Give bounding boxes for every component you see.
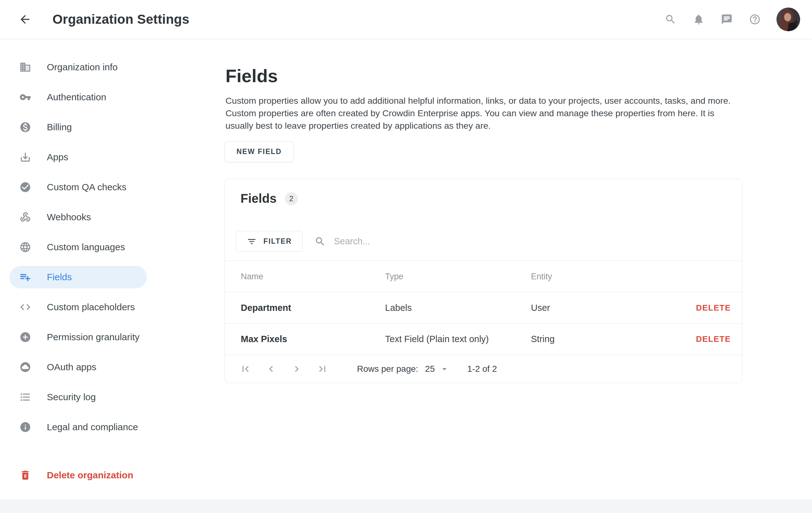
sidebar-item-oauth-apps[interactable]: OAuth apps — [9, 356, 147, 378]
settings-sidebar: Organization info Authentication Billing… — [0, 39, 156, 499]
sidebar-item-apps[interactable]: Apps — [9, 146, 147, 168]
sidebar-item-label: Permission granularity — [47, 332, 140, 342]
search-button[interactable] — [663, 12, 678, 27]
app-window: Organization Settings — [0, 0, 812, 513]
sidebar-nav-list: Organization info Authentication Billing… — [0, 39, 156, 438]
sidebar-item-label: Custom placeholders — [47, 302, 135, 312]
field-type: Text Field (Plain text only) — [385, 334, 531, 344]
page-header-title: Organization Settings — [53, 12, 189, 27]
search-field — [315, 236, 729, 247]
sidebar-item-label: Legal and compliance — [47, 422, 138, 432]
table-header-row: Name Type Entity — [225, 261, 742, 292]
top-bar-actions — [649, 7, 800, 31]
delete-organization-label: Delete organization — [47, 470, 133, 481]
code-icon — [19, 301, 31, 313]
sidebar-item-webhooks[interactable]: Webhooks — [9, 206, 147, 228]
delete-field-button[interactable]: DELETE — [696, 303, 731, 313]
field-name: Department — [241, 303, 385, 313]
first-page-button[interactable] — [239, 363, 252, 375]
download-icon — [19, 151, 31, 163]
bell-icon — [693, 13, 704, 25]
pagination-bar: Rows per page: 25 1-2 of 2 — [225, 354, 742, 383]
delete-field-button[interactable]: DELETE — [696, 334, 731, 344]
field-entity: User — [531, 303, 696, 313]
sidebar-item-custom-languages[interactable]: Custom languages — [9, 236, 147, 258]
top-bar: Organization Settings — [0, 0, 812, 39]
next-page-button[interactable] — [291, 363, 302, 375]
previous-page-button[interactable] — [265, 363, 277, 375]
section-description: Custom properties allow you to add addit… — [226, 94, 741, 132]
notifications-button[interactable] — [692, 12, 706, 27]
webhook-icon — [19, 211, 31, 223]
field-type: Labels — [385, 303, 531, 313]
chevron-right-icon — [291, 363, 302, 375]
pagination-range-label: 1-2 of 2 — [467, 364, 497, 374]
dollar-circle-icon — [19, 121, 31, 133]
table-row: Max Pixels Text Field (Plain text only) … — [225, 323, 742, 354]
chevron-down-icon — [435, 364, 450, 374]
sidebar-item-custom-placeholders[interactable]: Custom placeholders — [9, 296, 147, 318]
user-avatar[interactable] — [776, 7, 800, 31]
building-icon — [19, 61, 31, 73]
chevron-left-icon — [265, 363, 277, 375]
filter-button-label: FILTER — [264, 237, 292, 246]
section-title: Fields — [226, 65, 278, 86]
messages-button[interactable] — [720, 12, 734, 27]
rows-per-page-label: Rows per page: — [357, 364, 418, 374]
main-content: Fields Custom properties allow you to ad… — [225, 39, 812, 513]
sidebar-item-label: Billing — [47, 122, 72, 133]
sidebar-item-label: Custom languages — [47, 242, 125, 252]
column-header-type: Type — [385, 272, 531, 282]
sidebar-item-label: Webhooks — [47, 212, 91, 223]
column-header-name: Name — [241, 272, 385, 282]
sidebar-item-label: OAuth apps — [47, 362, 96, 372]
sidebar-item-legal-and-compliance[interactable]: Legal and compliance — [9, 416, 147, 438]
footer-bar — [0, 499, 812, 513]
sidebar-item-billing[interactable]: Billing — [9, 116, 147, 138]
sidebar-item-label: Security log — [47, 392, 96, 402]
globe-icon — [19, 241, 31, 253]
key-icon — [19, 91, 31, 103]
search-icon — [315, 236, 326, 247]
delete-organization-button[interactable]: Delete organization — [9, 464, 133, 486]
sidebar-item-label: Organization info — [47, 62, 118, 73]
help-icon — [749, 13, 761, 25]
sidebar-item-authentication[interactable]: Authentication — [9, 86, 147, 108]
trash-icon — [19, 469, 31, 481]
last-page-icon — [316, 363, 328, 375]
table-row: Department Labels User DELETE — [225, 292, 742, 323]
field-entity: String — [531, 334, 696, 344]
check-circle-icon — [19, 181, 31, 193]
first-page-icon — [239, 363, 252, 375]
fields-card-header: Fields 2 — [240, 192, 298, 206]
sidebar-item-permission-granularity[interactable]: Permission granularity — [9, 326, 147, 348]
rows-per-page-select[interactable]: 25 — [425, 364, 450, 374]
sidebar-item-label: Custom QA checks — [47, 182, 126, 193]
sidebar-item-fields[interactable]: Fields — [9, 266, 147, 288]
fields-card-title: Fields — [240, 192, 277, 206]
help-button[interactable] — [748, 12, 762, 27]
column-header-entity: Entity — [531, 272, 731, 282]
sidebar-item-label: Fields — [47, 272, 72, 282]
sidebar-item-organization-info[interactable]: Organization info — [9, 56, 147, 79]
list-icon — [19, 391, 31, 403]
search-icon — [665, 13, 676, 25]
fields-count-badge: 2 — [285, 192, 298, 205]
fields-toolbar: FILTER — [236, 231, 729, 252]
last-page-button[interactable] — [316, 363, 328, 375]
arrow-left-icon — [19, 13, 32, 26]
filter-icon — [247, 236, 264, 247]
search-input[interactable] — [333, 236, 729, 247]
chat-icon — [721, 13, 733, 25]
sidebar-item-label: Authentication — [47, 92, 106, 103]
back-button[interactable] — [18, 12, 32, 27]
info-circle-icon — [19, 421, 31, 433]
field-name: Max Pixels — [241, 334, 385, 344]
new-field-button[interactable]: NEW FIELD — [225, 141, 294, 162]
playlist-add-icon — [19, 271, 31, 283]
sidebar-item-custom-qa-checks[interactable]: Custom QA checks — [9, 176, 147, 198]
filter-button[interactable]: FILTER — [236, 231, 302, 252]
sidebar-item-label: Apps — [47, 152, 68, 163]
sidebar-item-security-log[interactable]: Security log — [9, 386, 147, 408]
rows-per-page-value: 25 — [425, 364, 435, 374]
